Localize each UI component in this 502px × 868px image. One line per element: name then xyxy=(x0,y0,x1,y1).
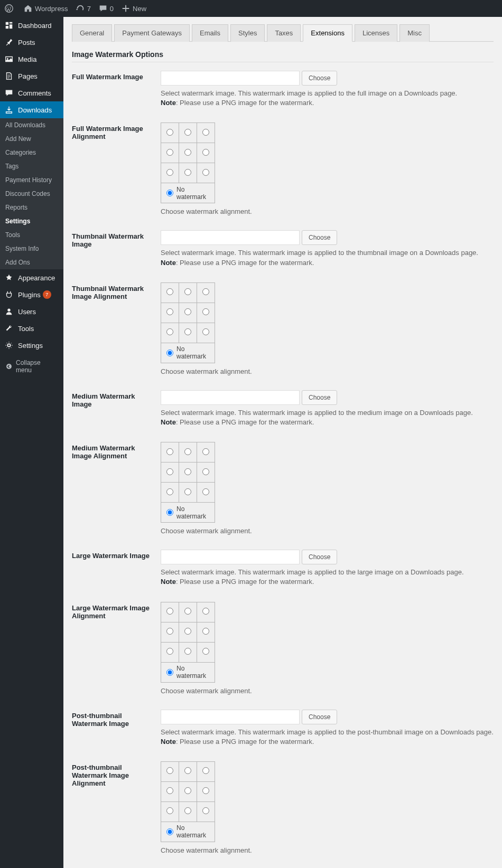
no-watermark-radio[interactable] xyxy=(166,350,173,356)
align-cell-1-0[interactable] xyxy=(161,463,179,483)
align-radio[interactable] xyxy=(184,149,191,156)
align-cell-2-2[interactable] xyxy=(197,642,215,662)
menu-item-users[interactable]: Users xyxy=(0,303,63,320)
align-radio[interactable] xyxy=(184,648,191,655)
align-radio[interactable] xyxy=(184,288,191,295)
menu-item-plugins[interactable]: Plugins7 xyxy=(0,286,63,303)
new-link[interactable]: New xyxy=(121,4,146,13)
submenu-item-tools[interactable]: Tools xyxy=(0,228,63,242)
align-radio[interactable] xyxy=(202,608,209,615)
align-cell-2-1[interactable] xyxy=(179,642,197,662)
align-cell-1-2[interactable] xyxy=(197,622,215,642)
align-cell-2-0[interactable] xyxy=(161,323,179,343)
align-radio[interactable] xyxy=(202,169,209,176)
align-cell-2-0[interactable] xyxy=(161,801,179,822)
align-radio[interactable] xyxy=(166,648,173,655)
align-cell-1-1[interactable] xyxy=(179,303,197,323)
align-radio[interactable] xyxy=(184,169,191,176)
align-radio[interactable] xyxy=(166,488,173,495)
align-cell-2-2[interactable] xyxy=(197,163,215,183)
align-cell-0-2[interactable] xyxy=(197,282,215,303)
tab-taxes[interactable]: Taxes xyxy=(267,24,301,42)
align-radio[interactable] xyxy=(202,648,209,655)
align-cell-2-1[interactable] xyxy=(179,323,197,343)
align-cell-0-1[interactable] xyxy=(179,442,197,463)
tab-licenses[interactable]: Licenses xyxy=(355,24,397,42)
no-watermark-cell[interactable]: No watermark xyxy=(161,183,215,203)
align-cell-1-1[interactable] xyxy=(179,622,197,642)
wp-logo[interactable] xyxy=(4,4,16,13)
align-cell-1-2[interactable] xyxy=(197,781,215,801)
align-radio[interactable] xyxy=(166,608,173,615)
submenu-item-settings[interactable]: Settings xyxy=(0,214,63,228)
align-radio[interactable] xyxy=(166,468,173,475)
align-cell-1-0[interactable] xyxy=(161,622,179,642)
align-cell-2-2[interactable] xyxy=(197,483,215,503)
align-cell-0-0[interactable] xyxy=(161,282,179,303)
tab-extensions[interactable]: Extensions xyxy=(303,24,352,42)
align-cell-1-0[interactable] xyxy=(161,303,179,323)
submenu-item-discount-codes[interactable]: Discount Codes xyxy=(0,187,63,201)
no-watermark-radio[interactable] xyxy=(166,190,173,196)
align-radio[interactable] xyxy=(166,308,173,315)
submenu-item-all-downloads[interactable]: All Downloads xyxy=(0,118,63,132)
post-thumbnail-watermark-input[interactable] xyxy=(161,710,300,724)
tab-misc[interactable]: Misc xyxy=(399,24,430,42)
submenu-item-payment-history[interactable]: Payment History xyxy=(0,173,63,187)
align-cell-1-2[interactable] xyxy=(197,303,215,323)
align-cell-0-0[interactable] xyxy=(161,761,179,781)
align-radio[interactable] xyxy=(202,767,209,774)
align-radio[interactable] xyxy=(184,787,191,794)
menu-item-downloads[interactable]: Downloads xyxy=(0,101,63,118)
tab-general[interactable]: General xyxy=(72,24,112,42)
full-watermark-input[interactable] xyxy=(161,71,300,86)
menu-item-settings[interactable]: Settings xyxy=(0,337,63,354)
align-cell-0-1[interactable] xyxy=(179,602,197,622)
medium-watermark-input[interactable] xyxy=(161,390,300,405)
no-watermark-radio[interactable] xyxy=(166,828,173,835)
align-cell-0-2[interactable] xyxy=(197,442,215,463)
menu-item-comments[interactable]: Comments xyxy=(0,84,63,101)
align-cell-1-0[interactable] xyxy=(161,143,179,163)
no-watermark-radio[interactable] xyxy=(166,669,173,676)
no-watermark-cell[interactable]: No watermark xyxy=(161,343,215,363)
align-cell-0-1[interactable] xyxy=(179,282,197,303)
align-cell-1-0[interactable] xyxy=(161,781,179,801)
align-radio[interactable] xyxy=(202,468,209,475)
align-radio[interactable] xyxy=(184,628,191,635)
align-cell-2-1[interactable] xyxy=(179,483,197,503)
align-cell-1-2[interactable] xyxy=(197,143,215,163)
align-radio[interactable] xyxy=(166,628,173,635)
align-cell-0-0[interactable] xyxy=(161,442,179,463)
align-cell-2-1[interactable] xyxy=(179,163,197,183)
updates-link[interactable]: 7 xyxy=(76,4,91,13)
align-cell-1-1[interactable] xyxy=(179,143,197,163)
align-radio[interactable] xyxy=(202,149,209,156)
no-watermark-cell[interactable]: No watermark xyxy=(161,503,215,523)
align-radio[interactable] xyxy=(166,448,173,455)
align-radio[interactable] xyxy=(166,149,173,156)
align-cell-0-0[interactable] xyxy=(161,123,179,143)
align-radio[interactable] xyxy=(166,807,173,814)
align-radio[interactable] xyxy=(184,608,191,615)
align-cell-2-0[interactable] xyxy=(161,642,179,662)
submenu-item-add-ons[interactable]: Add Ons xyxy=(0,256,63,269)
align-radio[interactable] xyxy=(202,448,209,455)
align-cell-0-2[interactable] xyxy=(197,761,215,781)
choose-button[interactable]: Choose xyxy=(302,390,337,405)
align-radio[interactable] xyxy=(184,767,191,774)
tab-emails[interactable]: Emails xyxy=(192,24,228,42)
submenu-item-tags[interactable]: Tags xyxy=(0,159,63,173)
choose-button[interactable]: Choose xyxy=(302,71,337,86)
align-radio[interactable] xyxy=(184,468,191,475)
align-radio[interactable] xyxy=(166,169,173,176)
tab-styles[interactable]: Styles xyxy=(230,24,265,42)
submenu-item-reports[interactable]: Reports xyxy=(0,201,63,214)
align-radio[interactable] xyxy=(166,767,173,774)
menu-item-tools[interactable]: Tools xyxy=(0,320,63,337)
menu-item-dashboard[interactable]: Dashboard xyxy=(0,17,63,34)
align-cell-2-2[interactable] xyxy=(197,323,215,343)
align-radio[interactable] xyxy=(184,308,191,315)
align-radio[interactable] xyxy=(184,488,191,495)
align-cell-2-0[interactable] xyxy=(161,483,179,503)
